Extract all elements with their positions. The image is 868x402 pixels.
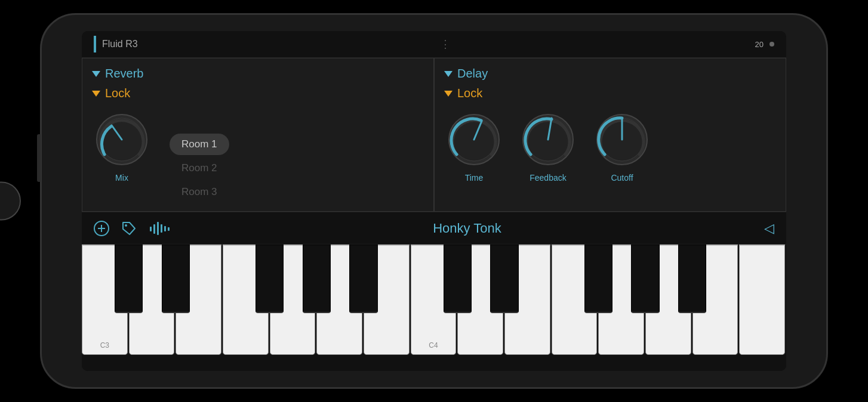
knob-dial[interactable] (92, 110, 152, 169)
delay-panel: Delay Lock (434, 58, 786, 212)
delay-dropdown-icon[interactable] (444, 71, 453, 77)
reverb-header: Reverb (92, 67, 424, 81)
reverb-lock-row: Lock (92, 86, 424, 100)
tag-button[interactable] (121, 221, 137, 236)
black-key[interactable] (444, 245, 472, 313)
white-key[interactable] (739, 245, 785, 355)
black-key[interactable] (678, 245, 706, 313)
svg-rect-17 (153, 224, 155, 234)
top-bar-right: 20 (755, 40, 774, 49)
svg-rect-21 (168, 227, 170, 231)
screen: Fluid R3 ⋮ 20 Reverb Lock (82, 31, 786, 371)
effects-row: Reverb Lock (82, 58, 786, 212)
black-key[interactable] (256, 245, 284, 313)
battery-dot (769, 42, 774, 47)
top-bar: Fluid R3 ⋮ 20 (82, 31, 786, 58)
reverb-lock-icon[interactable] (92, 91, 100, 97)
delay-time-label: Time (465, 173, 484, 183)
back-button[interactable]: ◁ (764, 221, 774, 236)
home-button[interactable] (0, 182, 21, 221)
song-name: Honky Tonk (182, 221, 752, 236)
delay-feedback-label: Feedback (530, 173, 566, 183)
reverb-mix-label: Mix (115, 173, 128, 183)
delay-header: Delay (444, 67, 776, 81)
delay-time-knob[interactable]: Time (444, 110, 504, 183)
reverb-lock-label: Lock (105, 86, 130, 100)
track-indicator (94, 36, 96, 52)
room-preset-3[interactable]: Room 3 (170, 181, 229, 203)
delay-lock-icon[interactable] (444, 91, 453, 97)
reverb-panel: Reverb Lock (82, 58, 434, 212)
delay-title: Delay (457, 67, 488, 81)
delay-feedback-dial[interactable] (518, 110, 578, 169)
black-key[interactable] (584, 245, 612, 313)
reverb-title: Reverb (105, 67, 143, 81)
delay-cutoff-knob[interactable]: Cutoff (592, 110, 652, 183)
reverb-content: Mix Room 1 Room 2 Room 3 (92, 110, 424, 203)
black-key[interactable] (303, 245, 331, 313)
delay-lock-row: Lock (444, 86, 776, 100)
keyboard: C3C4 (82, 245, 786, 371)
phone-shell: Fluid R3 ⋮ 20 Reverb Lock (40, 13, 828, 389)
delay-cutoff-label: Cutoff (611, 173, 633, 183)
waveform-button[interactable] (149, 221, 170, 236)
battery-number: 20 (755, 40, 764, 49)
black-key[interactable] (631, 245, 659, 313)
top-bar-left: Fluid R3 (94, 36, 138, 52)
delay-cutoff-dial[interactable] (592, 110, 652, 169)
top-bar-dots[interactable]: ⋮ (440, 38, 453, 51)
toolbar: Honky Tonk ◁ (82, 212, 786, 245)
delay-knobs: Time Feedback (444, 110, 776, 183)
svg-rect-16 (150, 227, 152, 231)
black-key[interactable] (115, 245, 143, 313)
svg-point-15 (125, 224, 127, 227)
room-preset-1[interactable]: Room 1 (170, 134, 229, 155)
svg-rect-20 (164, 226, 166, 231)
black-key[interactable] (490, 245, 518, 313)
svg-rect-19 (161, 224, 162, 233)
black-key[interactable] (162, 245, 190, 313)
reverb-mix-knob[interactable]: Mix (92, 110, 152, 183)
delay-time-dial[interactable] (444, 110, 504, 169)
svg-rect-18 (157, 222, 159, 235)
piano-wrapper: C3C4 (82, 245, 786, 371)
add-button[interactable] (94, 221, 109, 236)
reverb-dropdown-icon[interactable] (92, 71, 100, 77)
black-key[interactable] (349, 245, 377, 313)
room-presets-list: Room 1 Room 2 Room 3 (170, 110, 229, 203)
piano-area: C3C4 (82, 245, 786, 371)
delay-lock-label: Lock (457, 86, 482, 100)
room-preset-2[interactable]: Room 2 (170, 157, 229, 179)
delay-feedback-knob[interactable]: Feedback (518, 110, 578, 183)
instrument-title: Fluid R3 (102, 39, 138, 50)
